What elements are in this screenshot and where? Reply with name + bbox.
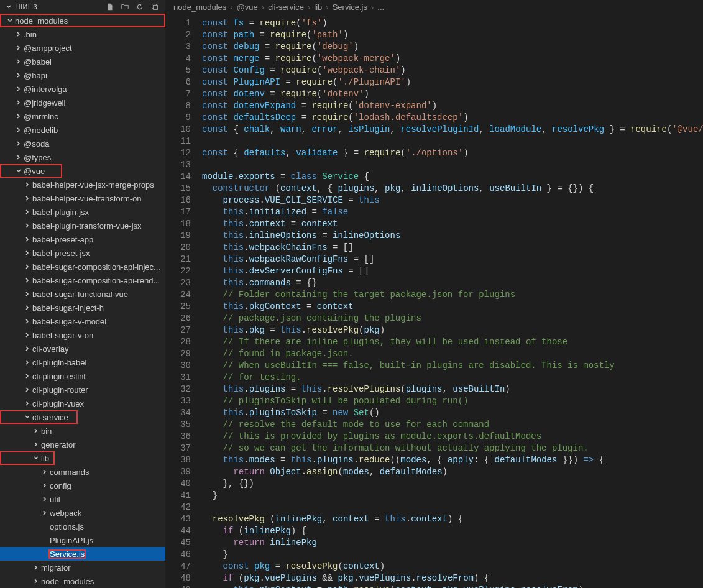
code-line[interactable]: const { chalk, warn, error, isPlugin, re… [202,124,703,136]
code-line[interactable]: this.pkgContext = path.resolve(context, … [202,584,703,588]
breadcrumb[interactable]: node_modules› @vue› cli-service› lib› Se… [166,0,703,14]
folder-migrator[interactable]: migrator [0,561,165,574]
folder-cli-service[interactable]: cli-service [0,410,78,424]
folder--nodelib[interactable]: @nodelib [0,123,165,137]
folder-babel-sugar-composition-api-rend-[interactable]: babel-sugar-composition-api-rend... [0,273,165,287]
folder-babel-helper-vue-jsx-merge-props[interactable]: babel-helper-vue-jsx-merge-props [0,178,165,191]
code-line[interactable]: if (pkg.vuePlugins && pkg.vuePlugins.res… [202,572,703,584]
code-line[interactable]: this.initialized = false [202,206,703,218]
explorer-sidebar[interactable]: ШИН3 node_modules .bin@ampproject@babel@… [0,0,166,588]
code-line[interactable]: }, {}) [202,478,703,490]
code-line[interactable]: // If there are inline plugins, they wil… [202,336,703,348]
folder-babel-preset-app[interactable]: babel-preset-app [0,232,165,246]
folder-bin[interactable]: bin [0,424,165,438]
folder--mrmlnc[interactable]: @mrmlnc [0,109,165,123]
breadcrumb-item[interactable]: node_modules [173,2,226,12]
folder-commands[interactable]: commands [0,465,165,479]
folder--bin[interactable]: .bin [0,27,165,41]
folder-babel-sugar-composition-api-injec-[interactable]: babel-sugar-composition-api-injec... [0,260,165,273]
folder-cli-plugin-eslint[interactable]: cli-plugin-eslint [0,369,165,383]
code-line[interactable] [202,159,703,171]
code-line[interactable]: this.context = context [202,218,703,230]
new-folder-icon[interactable] [118,0,132,14]
code-line[interactable]: // Folder containing the target package.… [202,289,703,301]
code-line[interactable]: const merge = require('webpack-merge') [202,53,703,65]
code-line[interactable]: // found in package.json. [202,348,703,360]
code-line[interactable]: if (inlinePkg) { [202,525,703,537]
folder-babel-helper-vue-transform-on[interactable]: babel-helper-vue-transform-on [0,191,165,205]
folder--jridgewell[interactable]: @jridgewell [0,96,165,109]
folder-babel-sugar-v-on[interactable]: babel-sugar-v-on [0,328,165,342]
breadcrumb-item[interactable]: ... [377,2,384,12]
code-line[interactable]: const path = require('path') [202,29,703,41]
code-line[interactable]: this.webpackRawConfigFns = [] [202,254,703,265]
code-line[interactable]: const { defaults, validate } = require('… [202,147,703,159]
code-line[interactable]: // so we can get the information without… [202,443,703,454]
folder-webpack[interactable]: webpack [0,506,165,520]
breadcrumb-item[interactable]: lib [314,2,322,12]
code-line[interactable]: this.pkg = this.resolvePkg(pkg) [202,324,703,336]
breadcrumb-item[interactable]: Service.js [333,2,367,12]
code-line[interactable]: const dotenvExpand = require('dotenv-exp… [202,100,703,112]
code-line[interactable] [202,502,703,513]
breadcrumb-item[interactable]: @vue [237,2,258,12]
code-line[interactable]: module.exports = class Service { [202,171,703,183]
code-line[interactable]: return Object.assign(modes, defaultModes… [202,466,703,478]
file-service-js[interactable]: Service.js [0,547,165,561]
code-content[interactable]: const fs = require('fs')const path = req… [202,14,703,588]
code-line[interactable]: // pluginsToSkip will be populated durin… [202,395,703,407]
code-line[interactable]: // When useBuiltIn === false, built-in p… [202,360,703,372]
code-line[interactable]: resolvePkg (inlinePkg, context = this.co… [202,513,703,525]
code-line[interactable]: // package.json containing the plugins [202,313,703,324]
folder-babel-sugar-inject-h[interactable]: babel-sugar-inject-h [0,301,165,315]
folder-babel-sugar-functional-vue[interactable]: babel-sugar-functional-vue [0,287,165,301]
folder-babel-preset-jsx[interactable]: babel-preset-jsx [0,246,165,260]
folder-babel-plugin-jsx[interactable]: babel-plugin-jsx [0,205,165,219]
code-line[interactable]: } [202,549,703,561]
code-line[interactable]: process.VUE_CLI_SERVICE = this [202,195,703,206]
code-line[interactable]: const pkg = resolvePkg(context) [202,561,703,572]
collapse-all-icon[interactable] [148,0,162,14]
folder-util[interactable]: util [0,492,165,506]
file-options-js[interactable]: options.js [0,520,165,533]
folder-node-modules[interactable]: node_modules [0,14,165,27]
code-line[interactable]: const debug = require('debug') [202,41,703,53]
code-line[interactable]: return inlinePkg [202,537,703,549]
code-line[interactable]: // for testing. [202,372,703,384]
code-line[interactable]: const Config = require('webpack-chain') [202,65,703,76]
folder-cli-overlay[interactable]: cli-overlay [0,342,165,356]
code-line[interactable]: const PluginAPI = require('./PluginAPI') [202,76,703,88]
code-line[interactable]: const fs = require('fs') [202,17,703,29]
folder--hapi[interactable]: @hapi [0,68,165,82]
folder-config[interactable]: config [0,479,165,492]
code-line[interactable]: const defaultsDeep = require('lodash.def… [202,112,703,124]
folder--ampproject[interactable]: @ampproject [0,41,165,55]
new-file-icon[interactable] [103,0,117,14]
code-line[interactable]: this.pkgContext = context [202,301,703,313]
file-pluginapi-js[interactable]: PluginAPI.js [0,533,165,547]
code-line[interactable]: this.devServerConfigFns = [] [202,265,703,277]
code-line[interactable]: this.plugins = this.resolvePlugins(plugi… [202,384,703,395]
code-line[interactable]: // resolve the default mode to use for e… [202,419,703,431]
folder-babel-plugin-transform-vue-jsx[interactable]: babel-plugin-transform-vue-jsx [0,219,165,232]
code-line[interactable]: this.modes = this.plugins.reduce((modes,… [202,454,703,466]
code-line[interactable]: this.commands = {} [202,277,703,289]
code-line[interactable]: } [202,490,703,502]
code-line[interactable]: // this is provided by plugins as module… [202,431,703,443]
code-line[interactable]: constructor (context, { plugins, pkg, in… [202,183,703,195]
folder-cli-plugin-babel[interactable]: cli-plugin-babel [0,356,165,369]
folder-node-modules[interactable]: node_modules [0,574,165,588]
folder--types[interactable]: @types [0,150,165,164]
code-line[interactable]: this.webpackChainFns = [] [202,242,703,254]
breadcrumb-item[interactable]: cli-service [268,2,304,12]
refresh-icon[interactable] [133,0,147,14]
folder-vue[interactable]: @vue [0,164,62,178]
folder--babel[interactable]: @babel [0,55,165,68]
folder--intervolga[interactable]: @intervolga [0,82,165,96]
code-editor[interactable]: 1234567891011121314151617181920212223242… [166,14,703,588]
code-line[interactable] [202,136,703,147]
code-line[interactable]: this.pluginsToSkip = new Set() [202,407,703,419]
folder-generator[interactable]: generator [0,438,165,451]
project-root-header[interactable]: ШИН3 [0,0,165,14]
code-line[interactable]: this.inlineOptions = inlineOptions [202,230,703,242]
